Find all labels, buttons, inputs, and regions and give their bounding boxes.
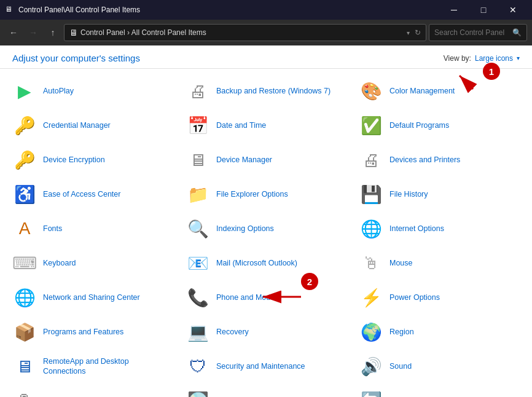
items-grid: ▶AutoPlay🖨Backup and Restore (Windows 7)…	[0, 69, 532, 397]
list-item[interactable]: 💾File History	[353, 177, 526, 211]
path-icon: 🖥	[69, 28, 78, 37]
view-by-dropdown[interactable]: Large icons	[475, 54, 513, 63]
item-icon: 🛡	[186, 354, 210, 379]
item-icon: ✅	[359, 113, 383, 138]
list-item[interactable]: 🔑Device Encryption	[6, 143, 179, 177]
list-item[interactable]: 🎨Color Management	[353, 74, 526, 108]
maximize-button[interactable]: □	[469, 0, 498, 20]
list-item[interactable]: 💻Recovery	[179, 315, 353, 349]
item-icon: 📧	[186, 251, 210, 275]
item-icon: 🔍	[186, 216, 210, 241]
item-label: Fonts	[43, 224, 62, 234]
item-icon: ▶	[12, 79, 37, 103]
list-item[interactable]: 📅Date and Time	[179, 108, 353, 143]
item-icon: ⚡	[359, 285, 383, 310]
list-item[interactable]: 🌐Internet Options	[353, 211, 526, 246]
back-button[interactable]: ←	[5, 24, 22, 41]
list-item[interactable]: 🖨Backup and Restore (Windows 7)	[179, 74, 353, 108]
addressbar: ← → ↑ 🖥 Control Panel › All Control Pane…	[0, 20, 532, 45]
list-item[interactable]: 🔄Sync Center	[353, 383, 526, 397]
item-icon: 🖨	[186, 79, 210, 103]
item-icon: 🔑	[12, 147, 37, 172]
item-label: File Explorer Options	[216, 189, 288, 199]
list-item[interactable]: 📧Mail (Microsoft Outlook)	[179, 246, 353, 280]
titlebar: 🖥 Control Panel\All Control Panel Items …	[0, 0, 532, 20]
list-item[interactable]: 🖥RemoteApp and Desktop Connections	[6, 349, 179, 383]
list-item[interactable]: ✅Default Programs	[353, 108, 526, 143]
address-box[interactable]: 🖥 Control Panel › All Control Panel Item…	[64, 24, 426, 41]
view-by-control: View by: Large icons ▾	[444, 54, 520, 63]
list-item[interactable]: 🔑Credential Manager	[6, 108, 179, 143]
item-label: Ease of Access Center	[43, 189, 120, 199]
list-item[interactable]: 🖱Mouse	[353, 246, 526, 280]
list-item[interactable]: ⚡Power Options	[353, 280, 526, 315]
item-icon: 📅	[186, 113, 210, 138]
item-icon: 📦	[12, 320, 37, 344]
content-wrapper: Adjust your computer's settings View by:…	[0, 45, 532, 397]
item-label: Sound	[389, 361, 412, 371]
list-item[interactable]: 🔍Indexing Options	[179, 211, 353, 246]
view-by-label: View by:	[444, 54, 471, 63]
item-label: Devices and Printers	[389, 155, 460, 165]
item-icon: 🖱	[359, 251, 383, 275]
minimize-button[interactable]: ─	[440, 0, 468, 20]
item-label: Security and Maintenance	[216, 361, 305, 371]
content-header: Adjust your computer's settings View by:…	[0, 45, 532, 69]
titlebar-title: Control Panel\All Control Panel Items	[18, 6, 440, 14]
item-label: AutoPlay	[43, 86, 74, 96]
item-icon: 🔄	[359, 388, 383, 397]
list-item[interactable]: 🛡Security and Maintenance	[179, 349, 353, 383]
list-item[interactable]: 🌐Network and Sharing Center	[6, 280, 179, 315]
item-label: Credential Manager	[43, 120, 111, 130]
item-icon: ♿	[12, 182, 37, 206]
forward-button[interactable]: →	[25, 24, 42, 41]
list-item[interactable]: 🌍Region	[353, 315, 526, 349]
app-icon: 🖥	[5, 5, 15, 15]
item-label: Device Manager	[216, 155, 272, 165]
list-item[interactable]: 🎙Speech Recognition	[6, 383, 179, 397]
refresh-button[interactable]: ↻	[415, 28, 421, 37]
item-label: Recovery	[216, 327, 249, 337]
list-item[interactable]: AFonts	[6, 211, 179, 246]
list-item[interactable]: ▶AutoPlay	[6, 74, 179, 108]
item-label: Backup and Restore (Windows 7)	[216, 86, 331, 96]
item-label: Programs and Features	[43, 327, 123, 337]
item-icon: 🖨	[359, 147, 383, 172]
item-icon: 🌐	[12, 285, 37, 310]
item-label: Keyboard	[43, 258, 76, 268]
item-icon: 💻	[186, 320, 210, 344]
item-icon: 💾	[359, 182, 383, 206]
item-icon: 🔑	[12, 113, 37, 138]
list-item[interactable]: 📁File Explorer Options	[179, 177, 353, 211]
close-button[interactable]: ✕	[499, 0, 527, 20]
item-label: Mail (Microsoft Outlook)	[216, 258, 297, 268]
list-item[interactable]: ⌨Keyboard	[6, 246, 179, 280]
up-button[interactable]: ↑	[44, 24, 61, 41]
search-box[interactable]: 🔍	[429, 24, 527, 41]
address-chevron-icon: ▾	[407, 29, 410, 36]
list-item[interactable]: 🔊Sound	[353, 349, 526, 383]
list-item[interactable]: ♿Ease of Access Center	[6, 177, 179, 211]
annotation-badge-2: 2	[301, 273, 318, 290]
item-label: Phone and Modem	[216, 293, 281, 302]
list-item[interactable]: 🖥Device Manager	[179, 143, 353, 177]
item-label: File History	[389, 189, 428, 199]
breadcrumb-text: Control Panel › All Control Panel Items	[80, 28, 404, 37]
item-icon: 📞	[186, 285, 210, 310]
annotation-badge-1: 1	[483, 63, 500, 80]
item-label: Power Options	[389, 293, 440, 302]
item-label: RemoteApp and Desktop Connections	[43, 356, 173, 377]
list-item[interactable]: 💽Storage Spaces	[179, 383, 353, 397]
list-item[interactable]: 📞Phone and Modem	[179, 280, 353, 315]
search-input[interactable]	[434, 28, 512, 37]
list-item[interactable]: 📦Programs and Features	[6, 315, 179, 349]
item-icon: 💽	[186, 388, 210, 397]
item-icon: 🔊	[359, 354, 383, 379]
item-icon: 🖥	[186, 147, 210, 172]
item-label: Internet Options	[389, 224, 444, 234]
titlebar-controls: ─ □ ✕	[440, 0, 527, 20]
list-item[interactable]: 🖨Devices and Printers	[353, 143, 526, 177]
item-label: Date and Time	[216, 120, 266, 130]
item-label: Indexing Options	[216, 224, 274, 234]
item-label: Color Management	[389, 86, 455, 96]
